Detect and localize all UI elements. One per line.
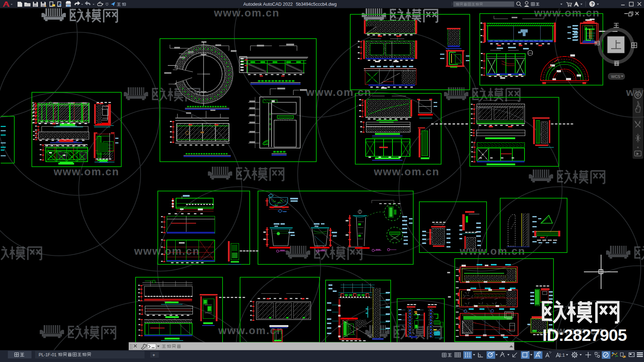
svg-text:1:1: 1:1 — [559, 353, 565, 358]
svg-text:+: + — [152, 352, 155, 358]
svg-text:5b3494c5cccb4.dwg: 5b3494c5cccb4.dwg — [296, 2, 337, 7]
svg-text:www.om.cn: www.om.cn — [374, 166, 440, 177]
svg-text:www.om.cn: www.om.cn — [214, 7, 280, 19]
svg-text:?: ? — [591, 2, 594, 7]
svg-text:WCS: WCS — [611, 74, 620, 79]
svg-text:www.om.cn: www.om.cn — [306, 86, 372, 98]
svg-text:PL-1F-01: PL-1F-01 — [39, 352, 57, 357]
svg-text:Autodesk AutoCAD 2022: Autodesk AutoCAD 2022 — [243, 2, 293, 7]
svg-text:ID:2827905: ID:2827905 — [542, 326, 627, 344]
svg-text:www.om.cn: www.om.cn — [53, 166, 119, 177]
